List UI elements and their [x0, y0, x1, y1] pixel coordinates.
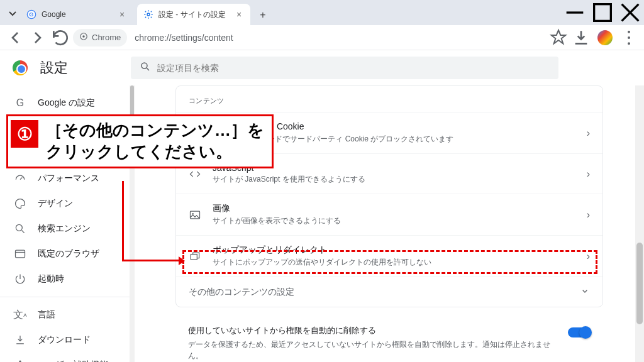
svg-rect-13 — [16, 250, 25, 258]
palette-icon — [14, 197, 26, 210]
row-other-content-settings[interactable]: その他のコンテンツの設定 — [176, 277, 602, 307]
chevron-down-icon — [580, 286, 590, 298]
close-icon[interactable]: × — [234, 9, 244, 19]
forward-button[interactable] — [28, 28, 48, 48]
accessibility-icon — [14, 359, 26, 362]
settings-search[interactable] — [131, 57, 558, 79]
svg-point-7 — [628, 36, 630, 39]
speedometer-icon — [14, 172, 26, 185]
site-chip[interactable]: Chrome — [73, 29, 127, 47]
reload-button[interactable] — [50, 28, 70, 48]
code-icon — [189, 168, 201, 180]
svg-point-2 — [147, 13, 150, 16]
tab-title: 設定 - サイトの設定 — [158, 9, 230, 20]
row-images[interactable]: 画像サイトが画像を表示できるようにする › — [176, 194, 602, 235]
search-input[interactable] — [157, 63, 550, 73]
callout-number: ① — [11, 120, 38, 148]
search-icon — [14, 222, 26, 235]
svg-point-6 — [628, 30, 630, 33]
chevron-right-icon: › — [587, 128, 590, 139]
sidebar-item-downloads[interactable]: ダウンロード — [0, 327, 135, 353]
minimize-button[interactable] — [561, 0, 589, 25]
chevron-right-icon: › — [587, 209, 590, 221]
close-window-button[interactable] — [616, 0, 644, 25]
svg-point-12 — [16, 224, 22, 231]
annotation-callout: ① ［その他のコンテンツ…］をクリックしてください。 — [6, 114, 274, 168]
svg-point-9 — [142, 63, 147, 69]
tab-title: Google — [42, 10, 113, 19]
svg-point-5 — [82, 35, 85, 38]
download-icon — [14, 334, 26, 346]
annotation-arrow — [122, 260, 182, 261]
tab-settings[interactable]: 設定 - サイトの設定 × — [137, 4, 250, 25]
new-tab-button[interactable]: + — [254, 6, 272, 24]
sidebar-item-default-browser[interactable]: 既定のブラウザ — [0, 241, 135, 266]
chevron-right-icon: › — [587, 168, 590, 180]
sidebar-item-performance[interactable]: パフォーマンス — [0, 166, 135, 191]
maximize-button[interactable] — [589, 0, 616, 25]
window-controls — [561, 0, 644, 25]
callout-text: ［その他のコンテンツ…］をクリックしてください。 — [42, 119, 268, 164]
menu-icon[interactable] — [619, 28, 639, 48]
settings-header: 設定 — [0, 50, 644, 85]
tab-google[interactable]: G Google × — [20, 4, 133, 25]
titlebar: G Google × 設定 - サイトの設定 × + — [0, 0, 644, 25]
sidebar-item-accessibility[interactable]: ユーザー補助機能 — [0, 353, 135, 362]
sidebar-item-search-engine[interactable]: 検索エンジン — [0, 216, 135, 241]
gear-favicon-icon — [143, 9, 153, 19]
download-icon[interactable] — [571, 28, 591, 48]
language-icon: 文A — [14, 309, 26, 321]
auto-remove-sub: データを保護するため、最近アクセスしていないサイトから権限を自動で削除します。通… — [188, 339, 559, 361]
annotation-arrow — [122, 181, 124, 261]
toolbar: Chrome chrome://settings/content — [0, 25, 644, 50]
auto-remove-toggle[interactable] — [568, 327, 591, 337]
google-favicon-icon: G — [26, 9, 36, 19]
chevron-down-icon — [5, 4, 20, 23]
google-g-icon: G — [14, 97, 26, 109]
annotation-highlight-box — [182, 250, 597, 274]
svg-point-8 — [628, 42, 630, 45]
tab-list-dropdown[interactable] — [5, 4, 20, 23]
section-header: コンテンツ — [176, 86, 602, 112]
search-icon — [140, 61, 151, 75]
main-scrollbar[interactable] — [635, 85, 644, 362]
sidebar-item-language[interactable]: 文A言語 — [0, 302, 135, 327]
browser-icon — [14, 248, 26, 260]
settings-title: 設定 — [40, 58, 68, 77]
address-url[interactable]: chrome://settings/content — [135, 33, 233, 43]
sidebar-item-startup[interactable]: 起動時 — [0, 266, 135, 292]
svg-text:G: G — [29, 11, 33, 18]
profile-avatar[interactable] — [597, 30, 613, 45]
back-button[interactable] — [5, 28, 25, 48]
chrome-logo-icon — [13, 60, 28, 75]
power-icon — [14, 273, 26, 285]
image-icon — [189, 209, 201, 221]
svg-rect-3 — [594, 4, 611, 21]
sidebar-item-appearance[interactable]: デザイン — [0, 191, 135, 216]
bookmark-star-icon[interactable] — [548, 28, 569, 48]
auto-remove-title: 使用していないサイトから権限を自動的に削除する — [188, 325, 559, 336]
sidebar-item-google[interactable]: GGoogle の設定 — [0, 90, 135, 116]
chip-label: Chrome — [92, 33, 121, 42]
auto-remove-section: 使用していないサイトから権限を自動的に削除する データを保護するため、最近アクセ… — [175, 317, 603, 362]
chrome-icon — [79, 32, 88, 43]
sidebar-divider — [0, 297, 135, 297]
close-icon[interactable]: × — [117, 9, 127, 19]
content-area: 設定 GGoogle の設定 自動入力とパスワード プライバシーとセキュリティ … — [0, 50, 644, 362]
